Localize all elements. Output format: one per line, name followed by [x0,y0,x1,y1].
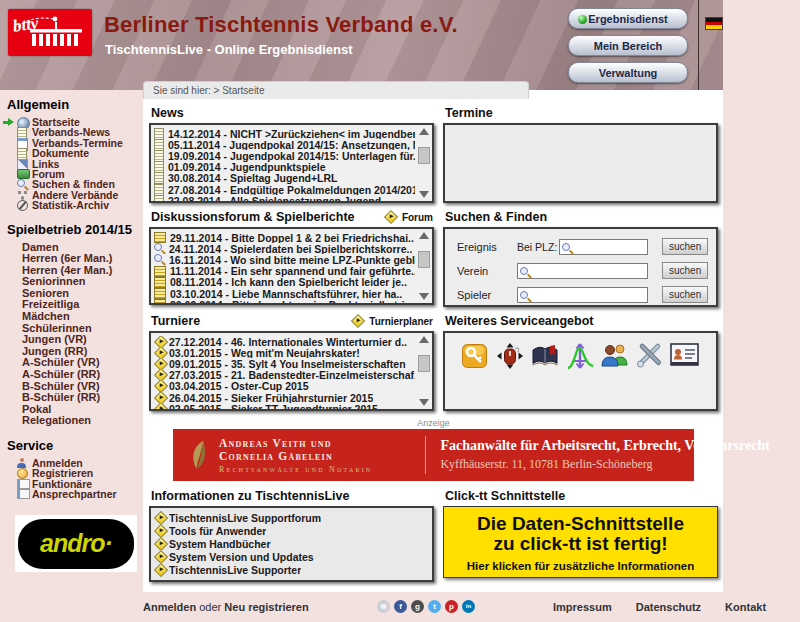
info-item-link[interactable]: System Version und Updates [169,551,314,563]
advertisement: Anzeige Andreas Veith und Cornelia Gäbel… [149,418,718,481]
arrow-diamond-icon [384,210,398,224]
scrollbar-thumb[interactable] [418,355,430,372]
mail-icon[interactable] [377,600,390,613]
sidebar-item[interactable]: Dokumente [7,148,143,158]
users-icon[interactable] [599,342,629,372]
ad-specialties: Fachanwälte für Arbeitsrecht, Erbrecht, … [440,438,694,454]
tools-icon[interactable] [635,342,665,374]
sidebar-item[interactable]: Ansprechpartner [7,489,143,499]
arrow-diamond-icon [154,511,168,524]
ad-banner[interactable]: Andreas Veith und Cornelia Gäbelein Rech… [173,429,694,481]
turnier-item-link[interactable]: 09.01.2015 - 35. Sylt 4 You Inselmeister… [169,358,406,369]
info-item-link[interactable]: TischtennisLive Supportforum [169,512,321,524]
info-item-link[interactable]: Tools für Anwender [169,525,266,537]
search-submit-button[interactable]: suchen [662,286,708,303]
forum-item-link[interactable]: 24.11.2014 - Spielerdaten bei Spielberic… [169,243,412,254]
search-submit-button[interactable]: suchen [662,262,708,279]
footer-link[interactable]: Datenschutz [636,601,701,613]
scroll-up-icon[interactable] [419,128,429,135]
footer-link[interactable]: Impressum [553,601,612,613]
search-input[interactable] [517,263,648,279]
key-icon[interactable] [461,342,489,374]
forum-link-label: Forum [402,212,433,223]
info-item-link[interactable]: TischtennisLive Supporter [169,564,301,576]
link-icon [17,159,28,170]
turnier-item-link[interactable]: 03.01.2015 - Weg mit'm Neujahrskater! [169,347,360,358]
news-item-link[interactable]: 27.08.2014 - Endgültige Pokalmeldungen 2… [168,184,415,195]
footer-login-area: Anmelden oder Neu registrieren [143,601,309,613]
scrollbar [418,336,430,406]
news-item-link[interactable]: 19.09.2014 - Jugendpokal 2014/15: Unterl… [168,150,415,161]
search-submit-button[interactable]: suchen [662,238,708,255]
sidebar-item[interactable]: Links [7,159,143,169]
statistics-compass-icon [17,200,28,211]
footer-link[interactable]: Kontakt [725,601,766,613]
breadcrumb[interactable]: Sie sind hier: > Startseite [143,81,529,99]
forum-item-link[interactable]: 16.11.2014 - Wo sind bitte meine LPZ-Pun… [169,254,415,265]
forum-item-link[interactable]: 30.09.2014 - Bitte beachten - im Punktsp… [170,299,410,305]
pinterest-icon[interactable] [445,600,458,613]
turnier-item: 02.05.2015 - Sieker TT Jugendturnier 201… [154,403,415,411]
news-item-link[interactable]: 01.09.2014 - Jugendpunktspiele [168,162,326,173]
turnier-item-link[interactable]: 27.03.2015 - 21. Badenstedter-Einzelmeis… [169,370,415,381]
news-item-link[interactable]: 30.08.2014 - Spieltag Jugend+LRL [168,173,338,184]
footer-login-link[interactable]: Anmelden [143,601,196,613]
turnier-item-link[interactable]: 03.04.2015 - Oster-Cup 2015 [169,381,309,392]
document-icon [154,150,164,161]
sidebar: Allgemein Startseite Verbands-News [0,90,143,500]
footer-register-link[interactable]: Neu registrieren [224,601,308,613]
sidebar-item-label: A-Schüler (VR) [22,356,100,368]
scroll-down-icon[interactable] [419,293,429,300]
bttv-logo[interactable]: bttv [8,9,92,56]
scroll-down-icon[interactable] [419,399,429,406]
search-plz-label: Bei PLZ: [517,241,559,253]
forum-item-link[interactable]: 29.11.2014 - Bitte Doppel 1 & 2 bei Frie… [170,232,414,243]
turnier-item-link[interactable]: 02.05.2015 - Sieker TT Jugendturnier 201… [169,403,378,411]
news-title: News [151,106,184,120]
sidebar-item-label: Damen [22,241,59,253]
linkedin-icon[interactable] [462,600,475,613]
news-item-link[interactable]: 14.12.2014 - NICHT >Zurückziehen< im Jug… [168,128,415,139]
twitter-icon[interactable] [428,600,441,613]
document-icon [154,128,164,139]
scrollbar-thumb[interactable] [418,251,430,268]
search-input[interactable] [517,287,648,303]
ad-lawyer-name-2: Cornelia Gäbelein [219,450,372,463]
services-box [443,331,718,411]
mouse-navigation-icon[interactable] [495,342,525,374]
forum-link[interactable]: Forum [384,211,433,223]
turnier-item-link[interactable]: 27.12.2014 - 46. Internationales Wintert… [169,336,407,347]
turnierplaner-link[interactable]: Turnierplaner [351,315,433,327]
statistics-curve-icon[interactable] [566,342,594,374]
info-item: System Handbücher [154,537,428,550]
contact-card-big-icon[interactable] [670,342,700,371]
sidebar-item-label: B-Schüler (RR) [22,391,100,403]
scroll-down-icon[interactable] [419,191,429,198]
news-item-link[interactable]: 05.11.2014 - Jugendpokal 2014/15: Ansetz… [168,139,415,150]
forum-item-link[interactable]: 11.11.2014 - Ein sehr spannend und fair … [170,266,415,277]
info-item-link[interactable]: System Handbücher [169,538,271,550]
header-nav-button[interactable]: Verwaltung [568,62,688,83]
header-nav-button[interactable]: Mein Bereich [568,35,688,56]
handbook-icon[interactable] [530,342,560,373]
document-icon [154,195,164,203]
scroll-up-icon[interactable] [419,336,429,343]
googleplus-icon[interactable] [411,600,424,613]
forum-item-link[interactable]: 08.11.2014 - Ich kann den Spielbericht l… [170,277,407,288]
sidebar-item[interactable]: Relegationen [7,415,143,427]
german-flag-icon[interactable] [705,17,723,30]
turnier-item-link[interactable]: 26.04.2015 - Sieker Frühjahrsturnier 201… [169,392,373,403]
turniere-listbox: 27.12.2014 - 46. Internationales Wintert… [149,331,434,411]
footer: Anmelden oder Neu registrieren Impressum [0,592,800,622]
scroll-up-icon[interactable] [419,232,429,239]
news-item-link[interactable]: 22.08.2014 - Alle Spielansetzungen Jugen… [168,195,381,203]
arrow-diamond-icon [154,537,168,550]
forum-item-link[interactable]: 03.10.2014 - Liebe Mannschaftsführer, hi… [170,288,402,299]
scrollbar-thumb[interactable] [418,147,430,164]
info-item: Tools für Anwender [154,524,428,537]
header-nav-button[interactable]: Ergebnisdienst [568,8,688,29]
sidebar-item[interactable]: Statistik-Archiv [7,200,143,210]
andro-sponsor-logo[interactable]: andro· [15,515,137,572]
clicktt-banner[interactable]: Die Daten-Schnittstelle zu click-tt ist … [443,506,718,578]
facebook-icon[interactable] [394,600,407,613]
